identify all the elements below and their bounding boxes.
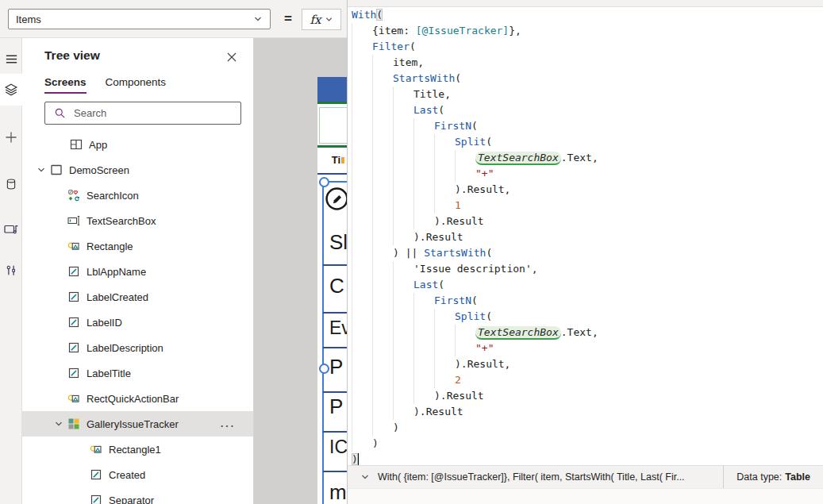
search-icon xyxy=(54,107,66,119)
tree-view-tabs: Screens Components xyxy=(44,76,166,94)
fx-button[interactable]: fx xyxy=(302,9,341,30)
gallery-item-text[interactable]: P xyxy=(329,394,343,419)
tree-view-panel: Tree view Screens Components AppDemoScre… xyxy=(22,37,254,504)
data-type-label: Data type: xyxy=(736,471,782,483)
tree-view-icon xyxy=(4,83,18,97)
tree-item-app[interactable]: App xyxy=(22,132,253,157)
formula-line: ).Result xyxy=(352,404,823,420)
custom-search-icon xyxy=(67,189,80,202)
formula-line: Last( xyxy=(352,277,823,293)
gallery-item-text[interactable]: IC xyxy=(329,437,347,458)
tree-item-label: Separator xyxy=(109,494,154,504)
formula-line: 2 xyxy=(352,372,823,388)
close-button[interactable] xyxy=(225,50,239,64)
canvas-column-header: Ti xyxy=(332,154,344,166)
tree-item-labeldescription[interactable]: LabelDescription xyxy=(22,335,253,360)
tree-item-label: DemoScreen xyxy=(69,164,129,176)
collapse-formula-button[interactable] xyxy=(360,472,370,482)
text-input-icon xyxy=(67,214,80,227)
tree-item-textsearchbox[interactable]: TextSearchBox xyxy=(22,208,253,233)
tree-item-label: TextSearchBox xyxy=(87,215,156,227)
tree-item-galleryissuetracker[interactable]: GalleryIssueTracker... xyxy=(22,411,253,437)
tree-search-box[interactable] xyxy=(44,102,241,125)
chevron-down-icon[interactable] xyxy=(54,419,64,429)
tree-item-labelcreated[interactable]: LabelCreated xyxy=(22,284,253,310)
selection-handle[interactable] xyxy=(319,364,329,374)
gallery-icon xyxy=(67,417,80,430)
insert-icon xyxy=(4,130,18,144)
shape-icon xyxy=(67,240,80,252)
gallery-item-separator xyxy=(323,391,347,393)
control-reference-token[interactable]: TextSearchBox xyxy=(475,326,561,340)
gallery-item-separator xyxy=(323,431,347,433)
formula-line: ) || StartsWith( xyxy=(352,245,823,261)
tab-screens[interactable]: Screens xyxy=(44,76,87,94)
formula-panel-footer xyxy=(348,488,823,504)
tree-item-labelid[interactable]: LabelID xyxy=(22,310,253,335)
property-selector[interactable]: Items xyxy=(8,9,271,29)
gallery-item-text[interactable]: Sl xyxy=(329,230,347,255)
tree-item-rectangle[interactable]: Rectangle xyxy=(22,233,253,259)
gallery-item-text[interactable]: Ev xyxy=(329,317,347,339)
tree-item-lblappname[interactable]: LblAppName xyxy=(22,259,253,284)
tree-item-rectquickactionbar[interactable]: RectQuickActionBar xyxy=(22,386,253,411)
panel-title: Tree view xyxy=(44,48,100,63)
label-icon xyxy=(67,265,80,278)
rail-item-tree-view[interactable] xyxy=(0,74,22,106)
label-icon xyxy=(67,316,80,329)
formula-line: ) xyxy=(352,436,823,452)
tree-item-demoscreen[interactable]: DemoScreen xyxy=(22,157,253,183)
hamburger-icon xyxy=(5,52,18,66)
tree-item-label: LabelCreated xyxy=(87,291,148,303)
app-canvas[interactable]: Ti SlCEvPPICm xyxy=(317,77,347,504)
rail-item-hamburger[interactable] xyxy=(0,47,22,71)
gallery-item-text[interactable]: m xyxy=(329,480,347,504)
gallery-item-separator xyxy=(323,264,347,266)
gallery-item-text[interactable]: C xyxy=(329,274,344,298)
tree-list: AppDemoScreenSearchIconTextSearchBoxRect… xyxy=(22,132,253,504)
property-selector-value: Items xyxy=(16,13,41,25)
formula-line: TextSearchBox.Text, xyxy=(352,150,823,166)
text-cursor xyxy=(358,453,360,465)
tree-item-separator[interactable]: Separator xyxy=(22,487,253,504)
gallery-selection-border xyxy=(322,181,324,504)
search-input[interactable] xyxy=(72,106,218,120)
equals-sign: = xyxy=(279,9,298,29)
more-actions-button[interactable]: ... xyxy=(221,418,236,429)
formula-status-bar: With( {item: [@IssueTracker]}, Filter( i… xyxy=(348,465,823,488)
tree-item-label: Rectangle xyxy=(87,240,133,252)
rail-item-advanced-tools[interactable] xyxy=(0,259,22,283)
close-icon xyxy=(226,52,237,63)
canvas-textsearchbox[interactable] xyxy=(319,107,347,144)
chevron-down-icon[interactable] xyxy=(37,165,47,175)
canvas-header-rect[interactable] xyxy=(317,77,347,104)
tree-item-created[interactable]: Created xyxy=(22,462,253,487)
formula-line: Filter( xyxy=(352,39,823,55)
formula-line: Split( xyxy=(352,309,823,325)
chevron-down-icon xyxy=(253,14,263,24)
edit-pencil-icon[interactable] xyxy=(325,187,347,214)
control-reference-token[interactable]: TextSearchBox xyxy=(475,152,561,165)
formula-line: StartsWith( xyxy=(352,71,823,87)
tree-item-rectangle1[interactable]: Rectangle1 xyxy=(22,437,253,462)
formula-line: "+" xyxy=(352,166,823,182)
gallery-item-text[interactable]: P xyxy=(329,355,343,379)
tree-item-label: Created xyxy=(109,469,145,481)
data-type-value: Table xyxy=(785,471,810,483)
screen-icon xyxy=(50,164,63,176)
rail-item-insert[interactable] xyxy=(0,125,22,149)
formula-editor[interactable]: With({item: [@IssueTracker]},Filter(item… xyxy=(348,6,823,467)
formula-line: ).Result xyxy=(352,214,823,229)
rail-item-data[interactable] xyxy=(0,172,22,196)
formula-line: "+" xyxy=(352,340,823,356)
tree-item-searchicon[interactable]: SearchIcon xyxy=(22,183,253,208)
divider xyxy=(317,173,347,175)
label-icon xyxy=(67,341,80,354)
tree-item-labeltitle[interactable]: LabelTitle xyxy=(22,360,253,386)
data-icon xyxy=(5,178,17,190)
rail-item-media[interactable] xyxy=(0,217,22,241)
formula-line: Last( xyxy=(352,102,823,118)
tab-components[interactable]: Components xyxy=(106,76,167,94)
formula-summary[interactable]: With( {item: [@IssueTracker]}, Filter( i… xyxy=(378,471,723,483)
formula-line: Split( xyxy=(352,134,823,150)
